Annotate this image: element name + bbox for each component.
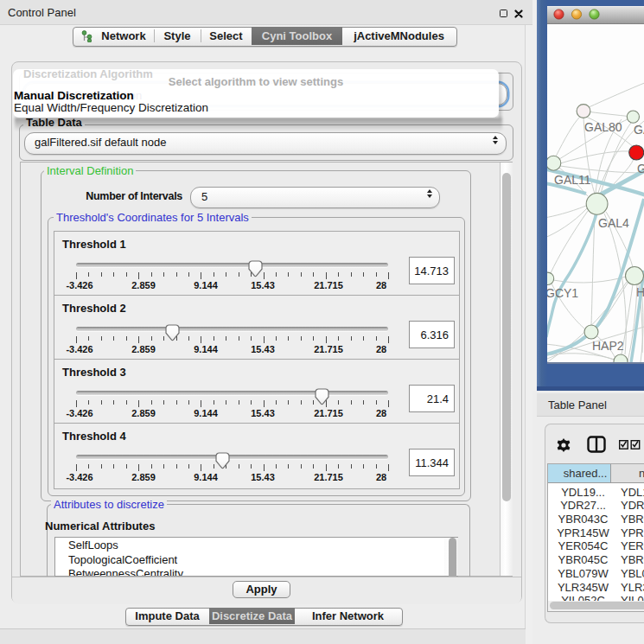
svg-text:GCY1: GCY1 — [547, 286, 578, 300]
svg-text:GAL: GAL — [634, 123, 644, 137]
svg-text:H: H — [636, 285, 644, 299]
svg-text:GAL80: GAL80 — [584, 120, 622, 134]
svg-text:G: G — [637, 162, 644, 175]
svg-text:GAL4: GAL4 — [598, 216, 629, 230]
svg-text:GAL11: GAL11 — [554, 173, 591, 187]
svg-text:HAP2: HAP2 — [592, 339, 624, 353]
